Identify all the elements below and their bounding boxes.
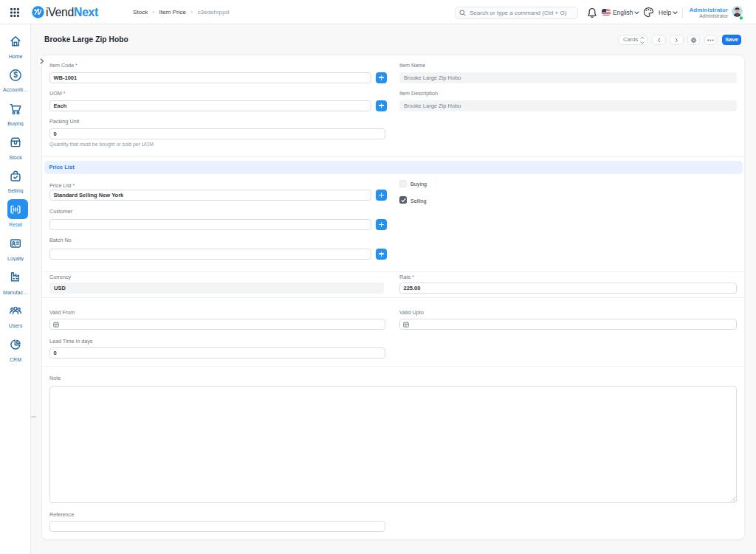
svg-text:$: $ — [13, 71, 18, 79]
